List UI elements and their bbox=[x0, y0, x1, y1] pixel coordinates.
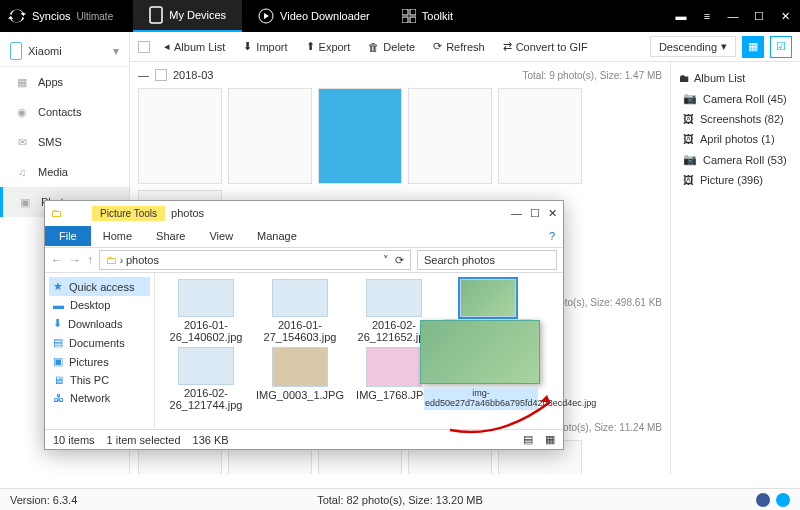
folder-icon: 🖿 bbox=[679, 72, 690, 84]
menu-home[interactable]: Home bbox=[91, 226, 144, 246]
tab-toolkit[interactable]: Toolkit bbox=[386, 0, 469, 32]
maximize-button[interactable]: ☐ bbox=[530, 207, 540, 220]
document-icon: ▤ bbox=[53, 336, 63, 349]
album-item[interactable]: 🖼Screenshots (82) bbox=[677, 109, 794, 129]
app-logo: Syncios Ultimate bbox=[8, 7, 113, 25]
twitter-icon[interactable] bbox=[776, 493, 790, 507]
sidebar-documents[interactable]: ▤Documents bbox=[49, 333, 150, 352]
context-tab[interactable]: Picture Tools bbox=[92, 206, 165, 221]
camera-icon: 📷 bbox=[683, 92, 697, 105]
close-button[interactable]: ✕ bbox=[548, 207, 557, 220]
album-item[interactable]: 📷Camera Roll (45) bbox=[677, 88, 794, 109]
sidebar-this-pc[interactable]: 🖥This PC bbox=[49, 371, 150, 389]
file-menu[interactable]: File bbox=[45, 226, 91, 246]
file-item[interactable]: 2016-02-26_121744.jpg bbox=[161, 347, 251, 411]
delete-button[interactable]: 🗑Delete bbox=[360, 37, 423, 57]
minimize-button[interactable]: — bbox=[726, 9, 740, 23]
view-details-icon[interactable]: ▤ bbox=[523, 433, 533, 446]
photo-thumb[interactable] bbox=[228, 88, 312, 184]
view-large-icon[interactable]: ▦ bbox=[545, 433, 555, 446]
svg-rect-5 bbox=[410, 17, 416, 23]
chevron-down-icon: ▾ bbox=[721, 40, 727, 53]
selection-count: 1 item selected bbox=[107, 434, 181, 446]
sidebar-downloads[interactable]: ⬇Downloads bbox=[49, 314, 150, 333]
gif-icon: ⇄ bbox=[503, 40, 512, 53]
menu-icon[interactable]: ≡ bbox=[700, 9, 714, 23]
view-check-button[interactable]: ☑ bbox=[770, 36, 792, 58]
pc-icon: 🖥 bbox=[53, 374, 64, 386]
export-button[interactable]: ⬆Export bbox=[298, 36, 359, 57]
group-stats: Total: 9 photo(s), Size: 1.47 MB bbox=[522, 70, 662, 81]
facebook-icon[interactable] bbox=[756, 493, 770, 507]
sidebar-desktop[interactable]: ▬Desktop bbox=[49, 296, 150, 314]
explorer-addressbar: ← → ↑ 🗀 › photos˅⟳ Search photos bbox=[45, 247, 563, 273]
sort-dropdown[interactable]: Descending▾ bbox=[650, 36, 736, 57]
file-thumb bbox=[460, 279, 516, 317]
menu-share[interactable]: Share bbox=[144, 226, 197, 246]
nav-apps[interactable]: ▦Apps bbox=[0, 67, 129, 97]
photo-toolbar: ◂Album List ⬇Import ⬆Export 🗑Delete ⟳Ref… bbox=[130, 32, 800, 62]
explorer-titlebar[interactable]: 🗀 Picture Tools photos — ☐ ✕ bbox=[45, 201, 563, 225]
status-bar: Version: 6.3.4 Total: 82 photo(s), Size:… bbox=[0, 488, 800, 510]
tab-video-downloader[interactable]: Video Downloader bbox=[242, 0, 386, 32]
menu-manage[interactable]: Manage bbox=[245, 226, 309, 246]
folder-icon: 🗀 bbox=[51, 207, 62, 219]
photo-thumb[interactable] bbox=[138, 88, 222, 184]
view-grid-button[interactable]: ▦ bbox=[742, 36, 764, 58]
sidebar-pictures[interactable]: ▣Pictures bbox=[49, 352, 150, 371]
search-input[interactable]: Search photos bbox=[417, 250, 557, 270]
maximize-button[interactable]: ☐ bbox=[752, 9, 766, 23]
nav-sms[interactable]: ✉SMS bbox=[0, 127, 129, 157]
download-icon: ⬇ bbox=[53, 317, 62, 330]
main-tabs: My Devices Video Downloader Toolkit bbox=[133, 0, 469, 32]
phone-icon bbox=[149, 6, 163, 24]
chevron-down-icon: ▾ bbox=[113, 44, 119, 58]
help-icon[interactable]: ? bbox=[549, 230, 555, 242]
media-icon: ♫ bbox=[14, 164, 30, 180]
album-item[interactable]: 🖼April photos (1) bbox=[677, 129, 794, 149]
file-item[interactable]: 2016-01-27_154603.jpg bbox=[255, 279, 345, 343]
nav-forward-button[interactable]: → bbox=[69, 253, 81, 267]
file-item[interactable]: 2016-01-26_140602.jpg bbox=[161, 279, 251, 343]
album-sidebar-header: 🖿Album List bbox=[677, 68, 794, 88]
refresh-icon[interactable]: ⟳ bbox=[395, 254, 404, 267]
photo-thumb[interactable] bbox=[318, 88, 402, 184]
album-sidebar: 🖿Album List 📷Camera Roll (45) 🖼Screensho… bbox=[670, 62, 800, 474]
nav-up-button[interactable]: ↑ bbox=[87, 253, 93, 267]
photo-thumb[interactable] bbox=[408, 88, 492, 184]
group-checkbox[interactable] bbox=[155, 69, 167, 81]
device-name: Xiaomi bbox=[28, 45, 62, 57]
convert-gif-button[interactable]: ⇄Convert to GIF bbox=[495, 36, 596, 57]
select-all-checkbox[interactable] bbox=[138, 41, 150, 53]
close-button[interactable]: ✕ bbox=[778, 9, 792, 23]
item-count: 10 items bbox=[53, 434, 95, 446]
explorer-sidebar: ★Quick access ▬Desktop ⬇Downloads ▤Docum… bbox=[45, 273, 155, 429]
folder-icon: 🗀 bbox=[106, 254, 117, 266]
photo-thumb[interactable] bbox=[498, 88, 582, 184]
import-button[interactable]: ⬇Import bbox=[235, 36, 295, 57]
path-input[interactable]: 🗀 › photos˅⟳ bbox=[99, 250, 411, 270]
image-icon: 🖼 bbox=[683, 174, 694, 186]
tab-my-devices[interactable]: My Devices bbox=[133, 0, 242, 32]
file-item[interactable]: IMG_0003_1.JPG bbox=[255, 347, 345, 411]
sidebar-network[interactable]: 🖧Network bbox=[49, 389, 150, 407]
album-item[interactable]: 📷Camera Roll (53) bbox=[677, 149, 794, 170]
refresh-button[interactable]: ⟳Refresh bbox=[425, 36, 493, 57]
device-selector[interactable]: Xiaomi ▾ bbox=[0, 36, 129, 67]
svg-rect-4 bbox=[402, 17, 408, 23]
group-header[interactable]: — 2018-03 Total: 9 photo(s), Size: 1.47 … bbox=[138, 66, 662, 84]
file-thumb bbox=[272, 279, 328, 317]
minimize-button[interactable]: — bbox=[511, 207, 522, 220]
album-item[interactable]: 🖼Picture (396) bbox=[677, 170, 794, 190]
chat-icon[interactable]: ▬ bbox=[674, 9, 688, 23]
nav-contacts[interactable]: ◉Contacts bbox=[0, 97, 129, 127]
star-icon: ★ bbox=[53, 280, 63, 293]
sidebar-quick-access[interactable]: ★Quick access bbox=[49, 277, 150, 296]
menu-view[interactable]: View bbox=[197, 226, 245, 246]
drag-ghost bbox=[420, 320, 540, 384]
chevron-down-icon[interactable]: ˅ bbox=[383, 254, 389, 267]
album-list-button[interactable]: ◂Album List bbox=[156, 36, 233, 57]
nav-back-button[interactable]: ← bbox=[51, 253, 63, 267]
nav-media[interactable]: ♫Media bbox=[0, 157, 129, 187]
app-name: Syncios bbox=[32, 10, 71, 22]
